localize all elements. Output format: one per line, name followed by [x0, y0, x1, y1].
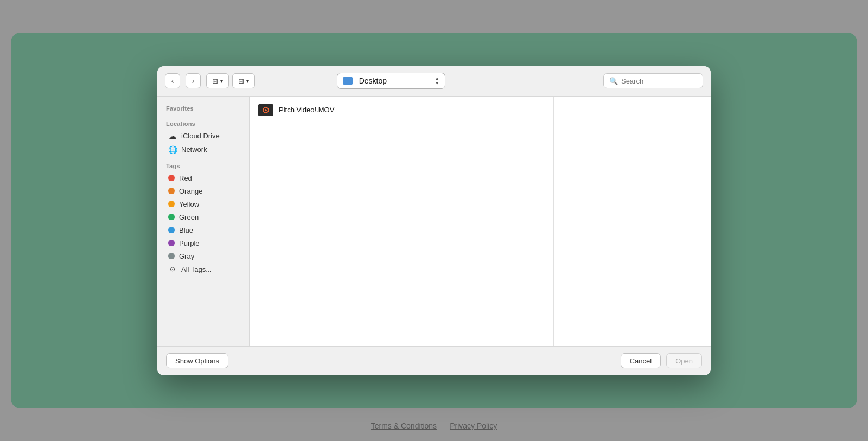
folder-icon: [343, 77, 353, 85]
tag-dot-purple: [168, 240, 175, 246]
view-toggle-group: ⊞ ▾ ⊟ ▾: [206, 73, 255, 88]
cancel-label: Cancel: [630, 357, 652, 365]
column-view-button[interactable]: ⊞ ▾: [206, 73, 229, 88]
sidebar-item-label-yellow: Yellow: [179, 200, 199, 208]
sidebar-item-label-red: Red: [179, 174, 192, 182]
sidebar: Favorites Locations ☁ iCloud Drive 🌐 Net…: [157, 97, 250, 346]
open-label: Open: [675, 357, 693, 365]
tag-dot-gray: [168, 253, 175, 259]
sidebar-section-favorites: Favorites: [157, 103, 249, 114]
sidebar-item-label-purple: Purple: [179, 239, 200, 247]
dialog-body: Favorites Locations ☁ iCloud Drive 🌐 Net…: [157, 97, 711, 346]
modal-overlay: ‹ › ⊞ ▾ ⊟ ▾ Desktop ▲ ▼: [0, 0, 868, 441]
sidebar-item-tag-orange[interactable]: Orange: [159, 185, 247, 197]
tag-dot-green: [168, 214, 175, 220]
tag-dot-orange: [168, 188, 175, 194]
footer-left: Show Options: [166, 353, 621, 368]
file-thumbnail-pitch-video: [258, 104, 273, 116]
sidebar-item-tag-blue[interactable]: Blue: [159, 224, 247, 237]
cloud-icon: ☁: [168, 132, 177, 140]
file-list[interactable]: Pitch Video!.MOV: [250, 97, 553, 346]
location-name: Desktop: [359, 76, 387, 85]
sidebar-item-tag-yellow[interactable]: Yellow: [159, 198, 247, 210]
sidebar-item-tag-purple[interactable]: Purple: [159, 237, 247, 250]
file-name-pitch-video: Pitch Video!.MOV: [279, 106, 334, 114]
sidebar-item-label-icloud: iCloud Drive: [181, 132, 220, 140]
column-view-icon: ⊞: [212, 77, 218, 85]
file-item-pitch-video[interactable]: Pitch Video!.MOV: [250, 101, 553, 119]
grid-view-icon: ⊟: [238, 77, 244, 85]
show-options-label: Show Options: [175, 357, 219, 365]
location-arrows: ▲ ▼: [435, 76, 439, 86]
open-button[interactable]: Open: [666, 353, 702, 368]
preview-pane: [553, 97, 711, 346]
sidebar-item-tag-green[interactable]: Green: [159, 211, 247, 223]
search-box[interactable]: 🔍: [603, 73, 703, 88]
grid-view-button[interactable]: ⊟ ▾: [232, 73, 255, 88]
sidebar-item-tag-red[interactable]: Red: [159, 172, 247, 184]
all-tags-icon: ⊙: [168, 265, 177, 273]
file-open-dialog: ‹ › ⊞ ▾ ⊟ ▾ Desktop ▲ ▼: [157, 66, 711, 375]
grid-view-chevron: ▾: [246, 78, 249, 84]
cancel-button[interactable]: Cancel: [621, 353, 661, 368]
tag-dot-red: [168, 175, 175, 181]
sidebar-item-label-blue: Blue: [179, 226, 193, 234]
sidebar-section-locations: Locations: [157, 118, 249, 129]
search-icon: 🔍: [609, 77, 618, 85]
tag-dot-yellow: [168, 201, 175, 207]
footer-right: Cancel Open: [621, 353, 702, 368]
sidebar-item-label-orange: Orange: [179, 187, 202, 195]
forward-button[interactable]: ›: [186, 73, 201, 88]
show-options-button[interactable]: Show Options: [166, 353, 228, 368]
sidebar-item-label-green: Green: [179, 213, 199, 221]
back-button[interactable]: ‹: [165, 73, 180, 88]
globe-icon: 🌐: [168, 145, 177, 154]
sidebar-item-label-all-tags: All Tags...: [181, 265, 212, 273]
sidebar-item-label-gray: Gray: [179, 252, 194, 260]
search-input[interactable]: [621, 77, 697, 85]
dialog-footer: Show Options Cancel Open: [157, 346, 711, 375]
sidebar-item-label-network: Network: [181, 145, 207, 154]
dialog-toolbar: ‹ › ⊞ ▾ ⊟ ▾ Desktop ▲ ▼: [157, 66, 711, 97]
sidebar-item-icloud-drive[interactable]: ☁ iCloud Drive: [159, 130, 247, 143]
tag-dot-blue: [168, 227, 175, 233]
sidebar-item-tag-gray[interactable]: Gray: [159, 250, 247, 263]
location-selector[interactable]: Desktop ▲ ▼: [337, 73, 445, 89]
sidebar-section-tags: Tags: [157, 161, 249, 171]
sidebar-item-all-tags[interactable]: ⊙ All Tags...: [159, 263, 247, 276]
column-view-chevron: ▾: [220, 78, 223, 84]
sidebar-item-network[interactable]: 🌐 Network: [159, 143, 247, 156]
